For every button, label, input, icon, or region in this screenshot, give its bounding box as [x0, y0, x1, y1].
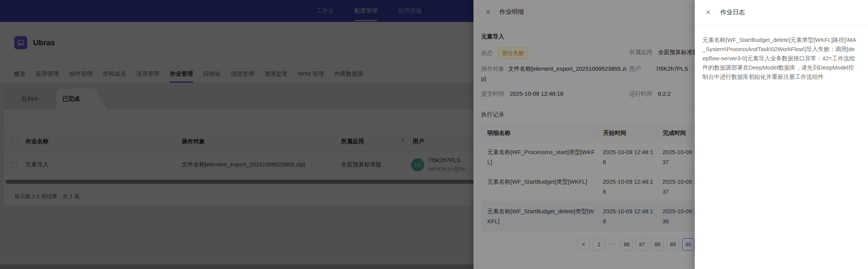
- log-drawer-title: 作业日志: [720, 8, 745, 17]
- close-icon[interactable]: ✕: [706, 9, 711, 16]
- log-drawer-header: ✕ 作业日志: [695, 0, 868, 25]
- log-text: 元素名称[WF_StartBudget_delete]元素类型[WKFL]路径[…: [695, 25, 868, 81]
- job-log-drawer: ✕ 作业日志 元素名称[WF_StartBudget_delete]元素类型[W…: [695, 0, 868, 269]
- screen: 工作台 配置管理 应用市场 Ubras 概览 应用管理 组件管理: [0, 0, 868, 269]
